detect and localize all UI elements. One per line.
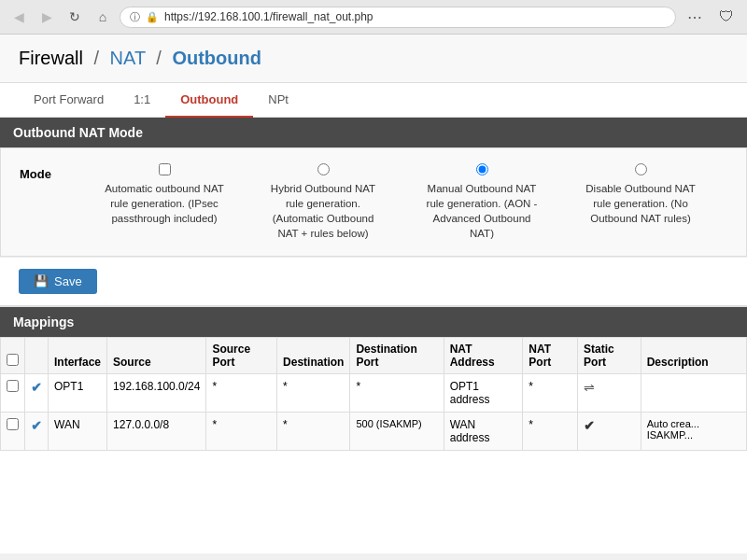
mode-checkbox-automatic[interactable] — [159, 163, 171, 175]
back-button[interactable]: ◀ — [7, 6, 30, 28]
nat-mode-header: Outbound NAT Mode — [0, 118, 747, 147]
row1-enabled-cell: ✔ — [25, 374, 49, 413]
mode-radio-hybrid[interactable] — [317, 163, 330, 175]
mappings-section: Mappings Interface Source Source Port — [0, 305, 747, 451]
col-enabled — [25, 338, 49, 374]
mode-row: Mode Automatic outbound NAT rule generat… — [20, 163, 727, 241]
address-bar[interactable]: ⓘ 🔒 https://192.168.100.1/firewall_nat_o… — [120, 7, 676, 28]
browser-toolbar: ◀ ▶ ↻ ⌂ ⓘ 🔒 https://192.168.100.1/firewa… — [0, 0, 747, 34]
row2-checkbox[interactable] — [7, 418, 19, 430]
breadcrumb-sep2: / — [156, 48, 162, 68]
mode-text-manual: Manual Outbound NAT rule generation. (AO… — [421, 181, 543, 241]
mode-option-manual: Manual Outbound NAT rule generation. (AO… — [421, 163, 543, 241]
row2-checkmark-icon: ✔ — [584, 418, 595, 433]
row1-destination-cell: * — [277, 374, 350, 413]
row1-checkbox-cell — [1, 374, 25, 413]
row1-shuffle-icon: ⇌ — [584, 380, 595, 395]
row1-source-port-cell: * — [206, 374, 277, 413]
url-text: https://192.168.100.1/firewall_nat_out.p… — [164, 10, 666, 23]
mode-option-automatic: Automatic outbound NAT rule generation. … — [104, 163, 225, 241]
mode-option-disable: Disable Outbound NAT rule generation. (N… — [580, 163, 701, 241]
row2-nat-port-cell: * — [523, 413, 578, 451]
tab-npt[interactable]: NPt — [253, 83, 303, 118]
tab-port-forward[interactable]: Port Forward — [19, 83, 119, 118]
row2-source-port-cell: * — [206, 413, 277, 451]
col-source: Source — [107, 338, 206, 374]
col-nat-address: NAT Address — [444, 338, 523, 374]
row2-dest-port-cell: 500 (ISAKMP) — [350, 413, 444, 451]
mode-text-disable: Disable Outbound NAT rule generation. (N… — [580, 181, 701, 226]
row2-description-cell: Auto crea... ISAKMP... — [641, 413, 746, 451]
col-checkbox — [1, 338, 25, 374]
row2-enabled-cell: ✔ — [25, 413, 49, 451]
mode-text-automatic: Automatic outbound NAT rule generation. … — [104, 181, 225, 226]
row2-source-cell: 127.0.0.0/8 — [107, 413, 206, 451]
tab-1to1[interactable]: 1:1 — [119, 83, 165, 118]
breadcrumb-current: Outbound — [172, 48, 261, 68]
col-description: Description — [641, 338, 746, 374]
col-destination-port: Destination Port — [350, 338, 444, 374]
save-button[interactable]: 💾 Save — [19, 269, 97, 294]
row2-checkbox-cell — [1, 413, 25, 451]
col-static-port: Static Port — [578, 338, 641, 374]
row1-checkbox[interactable] — [7, 380, 19, 392]
table-row: ✔ WAN 127.0.0.0/8 * * 500 (ISA — [1, 413, 747, 451]
table-row: ✔ OPT1 192.168.100.0/24 * * * — [1, 374, 747, 413]
home-button[interactable]: ⌂ — [92, 6, 114, 28]
row2-nat-address-cell: WAN address — [444, 413, 523, 451]
tab-outbound[interactable]: Outbound — [165, 83, 253, 118]
mode-label: Mode — [20, 163, 76, 181]
mappings-table: Interface Source Source Port Destination… — [0, 337, 747, 451]
breadcrumb-sep1: / — [93, 48, 99, 68]
mode-text-hybrid: Hybrid Outbound NAT rule generation. (Au… — [262, 181, 384, 241]
nat-mode-section: Mode Automatic outbound NAT rule generat… — [0, 147, 747, 257]
col-destination: Destination — [277, 338, 350, 374]
col-interface: Interface — [49, 338, 107, 374]
forward-button[interactable]: ▶ — [35, 6, 58, 28]
select-all-checkbox[interactable] — [7, 354, 19, 366]
refresh-button[interactable]: ↻ — [63, 6, 86, 28]
info-icon: ⓘ — [130, 10, 140, 24]
save-icon: 💾 — [34, 274, 49, 288]
row1-nat-address-cell: OPT1 address — [444, 374, 523, 413]
browser-menu-button[interactable]: ⋯ — [682, 6, 708, 28]
mode-options: Automatic outbound NAT rule generation. … — [104, 163, 727, 241]
row1-interface-cell: OPT1 — [49, 374, 107, 413]
row1-enabled-icon: ✔ — [31, 380, 42, 395]
tabs-bar: Port Forward 1:1 Outbound NPt — [0, 83, 747, 118]
mode-radio-manual[interactable] — [476, 163, 488, 175]
row1-nat-port-cell: * — [523, 374, 578, 413]
mode-option-hybrid: Hybrid Outbound NAT rule generation. (Au… — [262, 163, 384, 241]
row2-interface-cell: WAN — [49, 413, 107, 451]
save-area: 💾 Save — [0, 257, 747, 305]
page-content: Firewall / NAT / Outbound Port Forward 1… — [0, 35, 747, 553]
col-source-port: Source Port — [206, 338, 277, 374]
mappings-header: Mappings — [0, 307, 747, 337]
table-header: Interface Source Source Port Destination… — [1, 338, 747, 374]
row2-destination-cell: * — [277, 413, 350, 451]
row2-static-port-cell: ✔ — [578, 413, 641, 451]
row1-static-port-cell: ⇌ — [578, 374, 641, 413]
breadcrumb-nat-link[interactable]: NAT — [110, 48, 151, 68]
col-nat-port: NAT Port — [523, 338, 578, 374]
breadcrumb-bar: Firewall / NAT / Outbound — [0, 35, 747, 83]
row1-source-cell: 192.168.100.0/24 — [107, 374, 206, 413]
mode-radio-disable[interactable] — [635, 163, 647, 175]
breadcrumb: Firewall / NAT / Outbound — [19, 48, 728, 69]
row2-enabled-icon: ✔ — [31, 418, 42, 433]
shield-button[interactable]: 🛡 — [713, 6, 740, 28]
lock-icon: 🔒 — [146, 11, 159, 23]
row1-dest-port-cell: * — [350, 374, 444, 413]
browser-chrome: ◀ ▶ ↻ ⌂ ⓘ 🔒 https://192.168.100.1/firewa… — [0, 0, 747, 35]
row1-description-cell — [641, 374, 746, 413]
breadcrumb-firewall: Firewall — [19, 48, 83, 68]
